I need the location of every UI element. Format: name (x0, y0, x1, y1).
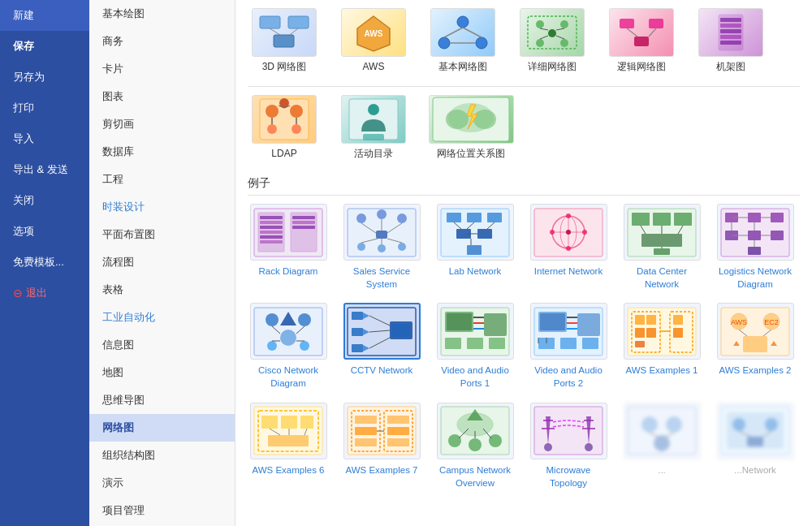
example-cctv-label: CCTV Network (351, 364, 413, 377)
template-location-thumb (429, 95, 514, 144)
nav-item-flowchart[interactable]: 流程图 (89, 248, 235, 276)
example-internet-thumb (530, 204, 607, 261)
svg-rect-174 (635, 328, 645, 338)
svg-point-215 (489, 434, 502, 447)
svg-point-45 (368, 104, 379, 115)
svg-rect-208 (387, 438, 409, 446)
svg-rect-68 (376, 231, 387, 239)
nav-item-industrial[interactable]: 工业自动化 (89, 304, 235, 331)
svg-rect-58 (260, 235, 283, 239)
nav-item-mindmap[interactable]: 思维导图 (89, 386, 235, 414)
example-aws-1[interactable]: AWS Examples 1 (621, 303, 702, 390)
template-3d-network[interactable]: 3D 网络图 (248, 8, 321, 74)
example-blurred-1[interactable]: ... (621, 403, 702, 489)
example-sales-service[interactable]: Sales Service System (341, 204, 422, 291)
template-logic-network[interactable]: 逻辑网络图 (605, 8, 678, 74)
nav-item-engineering[interactable]: 工程 (89, 166, 235, 193)
svg-rect-203 (355, 427, 377, 435)
aws-examples2-icon: AWS EC2 (719, 305, 792, 358)
example-datacenter-thumb (624, 204, 701, 261)
example-video1-thumb (437, 303, 514, 360)
main-content: 3D 网络图 AWS AWS (235, 0, 812, 526)
example-video-audio-1[interactable]: Video and Audio Ports 1 (434, 303, 516, 390)
example-aws-6[interactable]: AWS Examples 6 (248, 403, 329, 489)
nav-item-database[interactable]: 数据库 (89, 138, 235, 166)
example-cisco-network[interactable]: Cisco Network Diagram (248, 303, 329, 390)
example-internet-network[interactable]: Internet Network (528, 204, 609, 291)
nav-item-network[interactable]: 网络图 (89, 414, 235, 442)
template-aws-label: AWS (363, 61, 385, 74)
example-data-center[interactable]: Data Center Network (621, 204, 702, 291)
example-microwave-thumb (530, 403, 607, 459)
template-rack-thumb (698, 8, 763, 57)
svg-point-131 (300, 341, 309, 351)
svg-rect-113 (771, 213, 784, 222)
example-microwave-topology[interactable]: Microwave Topology (528, 403, 609, 489)
internet-network-icon (532, 206, 605, 259)
sidebar-item-close[interactable]: 关闭 (0, 185, 89, 216)
sidebar-item-save-as[interactable]: 另存为 (0, 62, 89, 93)
nav-item-project[interactable]: 项目管理 (89, 497, 235, 524)
template-ldap-thumb (252, 95, 317, 144)
nav-item-floorplan[interactable]: 平面布置图 (89, 221, 235, 248)
example-rack-diagram[interactable]: Rack Diagram (248, 204, 329, 291)
svg-rect-57 (260, 231, 283, 234)
svg-rect-23 (620, 19, 634, 28)
svg-rect-141 (352, 344, 363, 352)
sidebar-item-import[interactable]: 导入 (0, 123, 89, 154)
top-templates-section: 3D 网络图 AWS AWS (248, 8, 800, 87)
template-rack[interactable]: 机架图 (694, 8, 767, 74)
example-aws-7[interactable]: AWS Examples 7 (341, 403, 422, 489)
svg-point-129 (280, 330, 296, 346)
example-lab-network[interactable]: Lab Network (434, 204, 516, 291)
sidebar-item-export[interactable]: 导出 & 发送 (0, 154, 89, 185)
template-detail-thumb (520, 8, 585, 57)
template-basic-thumb (430, 8, 495, 57)
svg-rect-108 (654, 248, 670, 255)
lab-network-icon (438, 206, 512, 259)
nav-item-infographic[interactable]: 信息图 (89, 331, 235, 359)
example-blurred1-label: ... (658, 463, 666, 476)
nav-item-chart[interactable]: 图表 (89, 83, 235, 110)
example-aws-2[interactable]: AWS EC2 AWS Examples 2 (715, 303, 796, 390)
svg-rect-101 (632, 213, 650, 226)
sidebar-item-options[interactable]: 选项 (0, 216, 89, 247)
svg-point-96 (550, 230, 555, 235)
example-cctv-network[interactable]: CCTV Network (341, 303, 422, 390)
cisco-network-icon (252, 305, 325, 358)
rack-diagram-example-icon (252, 206, 325, 259)
template-activity[interactable]: 活动目录 (337, 95, 410, 161)
nav-item-fashion[interactable]: 时装设计 (89, 193, 235, 221)
template-detail-network[interactable]: 详细网络图 (516, 8, 589, 74)
examples-grid: Rack Diagram (248, 204, 800, 489)
nav-item-business[interactable]: 商务 (89, 28, 235, 55)
nav-item-table[interactable]: 表格 (89, 276, 235, 304)
template-basic-network[interactable]: 基本网络图 (426, 8, 499, 74)
nav-item-map[interactable]: 地图 (89, 359, 235, 386)
template-location[interactable]: 网络位置关系图 (426, 95, 516, 161)
nav-item-card[interactable]: 卡片 (89, 55, 235, 83)
nav-item-org[interactable]: 组织结构图 (89, 442, 235, 469)
svg-point-17 (560, 39, 568, 47)
template-ldap[interactable]: LDAP (248, 95, 321, 161)
svg-point-95 (566, 230, 571, 235)
nav-item-basic[interactable]: 基本绘图 (89, 0, 235, 28)
svg-point-126 (266, 313, 279, 326)
example-microwave-label: Microwave Topology (528, 463, 609, 489)
example-logistics[interactable]: Logistics Network Diagram (715, 204, 796, 291)
sidebar-item-new[interactable]: 新建 (0, 0, 89, 31)
svg-rect-80 (467, 213, 482, 222)
svg-rect-157 (489, 338, 505, 349)
campus-network-icon (438, 404, 512, 457)
sidebar-item-save[interactable]: 保存 (0, 31, 89, 62)
svg-rect-164 (577, 313, 600, 336)
sidebar-item-free-templates[interactable]: 免费模板... (0, 247, 89, 278)
nav-item-clipart[interactable]: 剪切画 (89, 110, 235, 138)
nav-item-presentation[interactable]: 演示 (89, 469, 235, 497)
sidebar-item-exit[interactable]: ⊖ 退出 (0, 278, 89, 308)
example-blurred-2[interactable]: ...Network (715, 403, 796, 489)
sidebar-item-print[interactable]: 打印 (0, 93, 89, 123)
template-aws[interactable]: AWS AWS (337, 8, 410, 74)
example-video-audio-2[interactable]: Video and Audio Ports 2 (528, 303, 609, 390)
example-campus-network[interactable]: Campus Network Overview (434, 403, 516, 489)
